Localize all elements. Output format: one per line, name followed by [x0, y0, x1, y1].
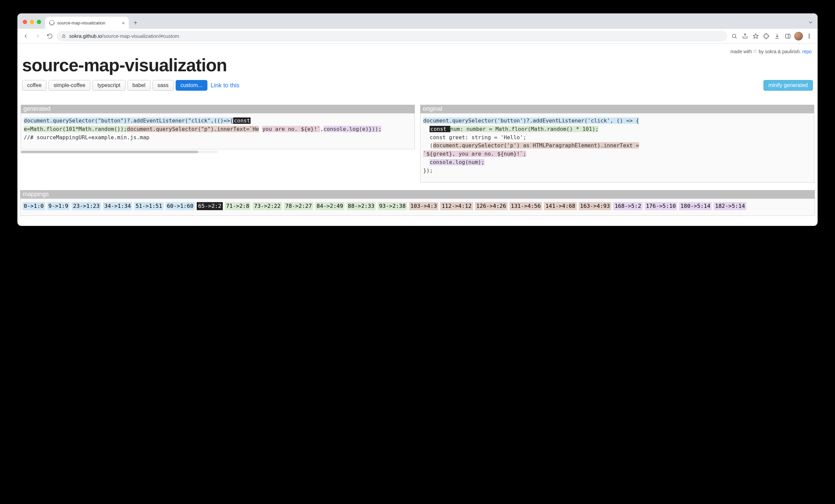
mapping-entry[interactable]: 71->2:8: [225, 202, 251, 210]
mappings-body[interactable]: 0->1:09->1:923->1:2334->1:3451->1:5160->…: [20, 199, 815, 216]
page-content: made with ♡ by sokra & paulirish. repo s…: [17, 43, 818, 226]
close-tab-icon[interactable]: ×: [122, 20, 125, 25]
globe-icon: [49, 20, 55, 25]
page-title: source-map-visualization: [22, 55, 815, 75]
tab-strip: source-map-visualization × +: [17, 13, 818, 29]
generated-panel: generated document.querySelector("button…: [21, 105, 415, 183]
forward-button[interactable]: [33, 31, 43, 41]
tab-coffee[interactable]: coffee: [22, 80, 46, 91]
mapping-entry[interactable]: 103->4:3: [409, 202, 438, 210]
mapping-entry[interactable]: 51->1:51: [134, 202, 163, 210]
mapping-entry[interactable]: 0->1:0: [22, 202, 45, 210]
minify-generated-button[interactable]: minify generated: [763, 80, 813, 91]
tab-simple-coffee[interactable]: simple-coffee: [48, 80, 90, 91]
svg-point-10: [809, 37, 810, 38]
generated-code[interactable]: document.querySelector("button")?.addEve…: [21, 113, 415, 149]
mapping-entry[interactable]: 180->5:14: [679, 202, 712, 210]
tabs-dropdown-icon[interactable]: [808, 19, 814, 27]
author-paulirish: paulirish: [782, 49, 799, 54]
menu-icon[interactable]: [804, 31, 814, 41]
scrollbar-thumb[interactable]: [21, 150, 198, 153]
svg-rect-0: [63, 36, 65, 38]
original-header: original: [420, 105, 814, 113]
mapping-entry[interactable]: 65->2:2: [197, 202, 223, 210]
profile-avatar[interactable]: [794, 31, 803, 41]
generated-header: generated: [21, 105, 415, 113]
repo-link[interactable]: repo: [802, 49, 812, 54]
tab-typescript[interactable]: typescript: [92, 80, 125, 91]
svg-point-9: [809, 36, 810, 37]
heart-icon: ♡: [753, 49, 757, 54]
address-bar[interactable]: sokra.github.io/source-map-visualization…: [57, 31, 727, 41]
code-panels: generated document.querySelector("button…: [21, 105, 814, 183]
credits: made with ♡ by sokra & paulirish. repo: [20, 47, 815, 54]
mapping-entry[interactable]: 163->4:93: [579, 202, 611, 210]
lock-icon: [62, 34, 66, 38]
back-button[interactable]: [21, 31, 31, 41]
new-tab-button[interactable]: +: [131, 18, 140, 27]
browser-tab[interactable]: source-map-visualization ×: [45, 17, 129, 29]
mapping-entry[interactable]: 88->2:33: [347, 202, 376, 210]
controls-row: coffee simple-coffee typescript babel sa…: [20, 80, 815, 91]
mapping-entry[interactable]: 78->2:27: [284, 202, 313, 210]
extensions-icon[interactable]: [761, 31, 771, 41]
tab-title: source-map-visualization: [57, 20, 105, 25]
mapping-entry[interactable]: 23->1:23: [72, 202, 101, 210]
tab-sass[interactable]: sass: [152, 80, 174, 91]
bookmark-star-icon[interactable]: [751, 31, 761, 41]
tab-babel[interactable]: babel: [127, 80, 150, 91]
window-close-button[interactable]: [23, 20, 27, 24]
tab-custom[interactable]: custom...: [176, 80, 207, 91]
svg-point-8: [809, 34, 810, 35]
reload-button[interactable]: [45, 31, 55, 41]
share-icon[interactable]: [740, 31, 750, 41]
mapping-entry[interactable]: 141->4:68: [544, 202, 576, 210]
mapping-entry[interactable]: 84->2:49: [315, 202, 344, 210]
url-text: sokra.github.io/source-map-visualization…: [69, 33, 179, 39]
mapping-entry[interactable]: 112->4:12: [440, 202, 473, 210]
svg-point-1: [732, 34, 736, 38]
svg-marker-4: [753, 34, 758, 38]
sourcemap-comment: //# sourceMappingURL=example.min.js.map: [24, 134, 149, 141]
search-icon[interactable]: [729, 31, 739, 41]
mapping-entry[interactable]: 131->4:56: [509, 202, 542, 210]
mapping-entry[interactable]: 73->2:22: [252, 202, 282, 210]
browser-toolbar: sokra.github.io/source-map-visualization…: [17, 29, 818, 43]
author-sokra: sokra: [765, 49, 776, 54]
original-code[interactable]: document.querySelector('button')?.addEve…: [420, 113, 814, 183]
mapping-entry[interactable]: 93->2:38: [378, 202, 407, 210]
sidepanel-icon[interactable]: [783, 31, 793, 41]
mappings-header: mappings: [20, 190, 815, 199]
mapping-entry[interactable]: 60->1:60: [166, 202, 195, 210]
generated-scrollbar[interactable]: [21, 150, 218, 153]
svg-line-2: [735, 37, 737, 39]
original-panel: original document.querySelector('button'…: [420, 105, 814, 183]
downloads-icon[interactable]: [772, 31, 782, 41]
mapping-entry[interactable]: 168->5:2: [613, 202, 642, 210]
browser-window: source-map-visualization × + sokra.githu…: [17, 13, 818, 226]
mapping-entry[interactable]: 182->5:14: [714, 202, 746, 210]
traffic-lights: [23, 20, 41, 24]
svg-rect-6: [786, 34, 790, 38]
link-to-this[interactable]: Link to this: [211, 82, 240, 89]
toolbar-icons: [729, 31, 814, 41]
window-minimize-button[interactable]: [30, 20, 34, 24]
window-zoom-button[interactable]: [37, 20, 41, 24]
mapping-entry[interactable]: 9->1:9: [47, 202, 70, 210]
mapping-entry[interactable]: 34->1:34: [103, 202, 132, 210]
mapping-entry[interactable]: 126->4:26: [475, 202, 508, 210]
mapping-entry[interactable]: 176->5:10: [645, 202, 677, 210]
